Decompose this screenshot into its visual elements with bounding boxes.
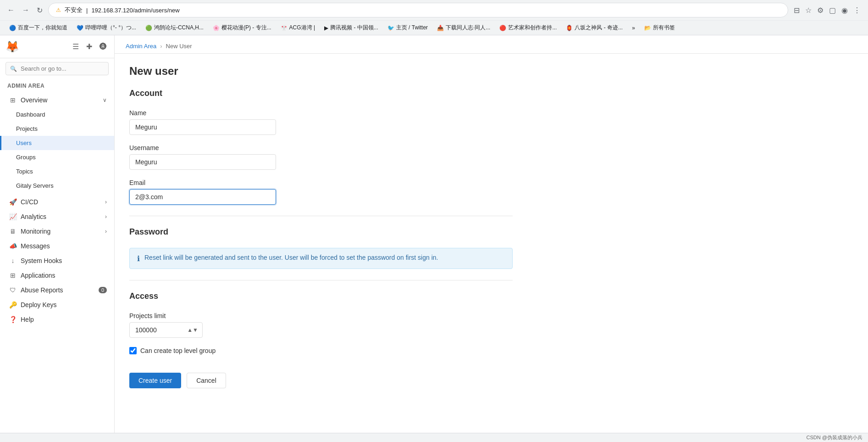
search-icon: 🔍: [10, 66, 17, 72]
bookmark-yasaka[interactable]: 🏮八坂之神风 - 奇迹...: [562, 23, 626, 33]
can-create-top-level-group-checkbox[interactable]: [129, 347, 137, 354]
bookmark-acg[interactable]: 🎌ACG港湾 |: [277, 23, 319, 33]
system-hooks-icon: ↓: [9, 257, 17, 264]
bookmark-twitter[interactable]: 🐦主页 / Twitter: [384, 23, 431, 33]
sidebar-header-icons: ☰ ✚ 🅐: [71, 40, 109, 53]
sidebar-item-dashboard[interactable]: Dashboard: [0, 107, 114, 122]
divider-access: [129, 280, 513, 280]
sidebar-item-label-groups: Groups: [16, 154, 36, 161]
window-icon[interactable]: ▢: [827, 4, 838, 17]
sidebar-item-label-messages: Messages: [21, 242, 50, 250]
content-area: New user Account Name Username Email: [115, 54, 527, 399]
sidebar-item-label-gitaly: Gitaly Servers: [16, 182, 54, 189]
page-title: New user: [129, 65, 513, 78]
status-bar: CSDN @伪装成落的小兵: [0, 433, 868, 442]
sidebar-item-projects[interactable]: Projects: [0, 122, 114, 136]
divider-password: [129, 216, 513, 216]
sidebar-item-system-hooks[interactable]: ↓ System Hooks: [0, 253, 114, 268]
bookmark-bilibili[interactable]: 💙哔哩哔哩（°- °）つ...: [73, 23, 140, 33]
reload-button[interactable]: ↻: [35, 4, 44, 17]
password-info-box: ℹ Reset link will be generated and sent …: [129, 248, 513, 269]
avatar-icon[interactable]: 🅐: [98, 40, 109, 53]
forward-button[interactable]: →: [20, 4, 31, 16]
bookmark-sakura[interactable]: 🌸樱花动漫(P) - 专注...: [209, 23, 275, 33]
projects-limit-wrapper: 100000 ▲▼: [129, 322, 203, 338]
bookmark-artist[interactable]: 🔴艺术家和创作者持...: [496, 23, 560, 33]
bookmark-tencent[interactable]: ▶腾讯视频 - 中国领...: [321, 23, 382, 33]
sidebar-item-help[interactable]: ❓ Help: [0, 312, 114, 327]
bookmark-more[interactable]: »: [628, 24, 639, 32]
analytics-icon: 📈: [9, 213, 17, 220]
help-icon: ❓: [9, 316, 17, 323]
bookmark-download[interactable]: 📥下载同人志·同人...: [433, 23, 494, 33]
sidebar-item-label-overview: Overview: [21, 96, 47, 104]
email-input[interactable]: [129, 189, 276, 205]
breadcrumb-admin-link[interactable]: Admin Area: [126, 43, 156, 50]
sidebar-item-monitoring[interactable]: 🖥 Monitoring ›: [0, 224, 114, 239]
bookmark-all[interactable]: 📂所有书签: [641, 23, 679, 33]
cicd-icon: 🚀: [9, 198, 17, 206]
name-label: Name: [129, 109, 513, 117]
form-actions: Create user Cancel: [129, 365, 513, 388]
admin-area-label: Admin Area: [0, 79, 114, 91]
profile-icon[interactable]: ◉: [840, 4, 850, 17]
sidebar-item-cicd[interactable]: 🚀 CI/CD ›: [0, 195, 114, 209]
username-input[interactable]: [129, 154, 276, 170]
abuse-reports-badge: 0: [99, 287, 107, 293]
sidebar-item-label-users: Users: [16, 140, 32, 146]
chevron-right-icon-monitoring: ›: [105, 228, 107, 235]
sidebar-item-applications[interactable]: ⊞ Applications: [0, 268, 114, 283]
sidebar-item-analytics[interactable]: 📈 Analytics ›: [0, 209, 114, 224]
sidebar-item-topics[interactable]: Topics: [0, 164, 114, 179]
name-input[interactable]: [129, 119, 276, 135]
new-item-icon[interactable]: ✚: [84, 40, 94, 53]
monitoring-icon: 🖥: [9, 228, 17, 235]
sidebar-item-label-analytics: Analytics: [21, 213, 46, 220]
sidebar-item-deploy-keys[interactable]: 🔑 Deploy Keys: [0, 297, 114, 312]
can-create-top-level-group-group: Can create top level group: [129, 347, 513, 354]
bookmark-baidu[interactable]: 🔵百度一下，你就知道: [6, 23, 71, 33]
sidebar-item-label-deploy-keys: Deploy Keys: [21, 301, 57, 308]
cast-icon[interactable]: ⊟: [792, 4, 802, 17]
sidebar-item-label-monitoring: Monitoring: [21, 228, 50, 235]
sidebar-toggle-icon[interactable]: ☰: [71, 40, 81, 53]
cancel-button[interactable]: Cancel: [187, 373, 226, 388]
name-form-group: Name: [129, 109, 513, 135]
username-form-group: Username: [129, 144, 513, 170]
projects-limit-form-group: Projects limit 100000 ▲▼: [129, 312, 513, 338]
address-bar[interactable]: ⚠ 不安全 | 192.168.37.120/admin/users/new: [48, 3, 788, 17]
can-create-top-level-group-label[interactable]: Can create top level group: [140, 347, 216, 354]
password-section: Password ℹ Reset link will be generated …: [129, 227, 513, 269]
bookmarks-bar: 🔵百度一下，你就知道 💙哔哩哔哩（°- °）つ... 🟢鸿鹄论坛-CCNA,H.…: [0, 20, 868, 35]
browser-toolbar: ← → ↻ ⚠ 不安全 | 192.168.37.120/admin/users…: [0, 0, 868, 20]
bookmark-icon[interactable]: ☆: [803, 4, 813, 17]
username-label: Username: [129, 144, 513, 151]
messages-icon: 📣: [9, 242, 17, 250]
password-section-title: Password: [129, 227, 513, 241]
breadcrumb-current: New User: [166, 43, 192, 50]
sidebar-item-messages[interactable]: 📣 Messages: [0, 239, 114, 253]
chevron-right-icon-analytics: ›: [105, 213, 107, 220]
security-warning: ⚠: [56, 7, 61, 13]
browser-chrome: ← → ↻ ⚠ 不安全 | 192.168.37.120/admin/users…: [0, 0, 868, 35]
sidebar-item-label-applications: Applications: [21, 272, 55, 279]
sidebar-item-groups[interactable]: Groups: [0, 150, 114, 164]
sidebar-item-label-help: Help: [21, 316, 34, 323]
sidebar-item-label-system-hooks: System Hooks: [21, 257, 62, 264]
search-input[interactable]: [6, 62, 109, 75]
sidebar-item-abuse-reports[interactable]: 🛡 Abuse Reports 0: [0, 283, 114, 297]
menu-icon[interactable]: ⋮: [851, 4, 862, 17]
sidebar-item-overview[interactable]: ⊞ Overview ∨: [0, 93, 114, 107]
create-user-button[interactable]: Create user: [129, 373, 181, 388]
overview-icon: ⊞: [9, 96, 17, 104]
sidebar-item-users[interactable]: Users: [0, 136, 114, 150]
bookmark-hongheyuantan[interactable]: 🟢鸿鹄论坛-CCNA,H...: [142, 23, 207, 33]
access-section: Access Projects limit 100000 ▲▼ Can crea…: [129, 291, 513, 354]
projects-limit-select[interactable]: 100000: [129, 322, 203, 338]
sidebar-item-label-abuse-reports: Abuse Reports: [21, 286, 63, 294]
back-button[interactable]: ←: [6, 4, 17, 16]
extension-icon[interactable]: ⚙: [815, 4, 825, 17]
account-section-title: Account: [129, 89, 513, 102]
sidebar-item-gitaly[interactable]: Gitaly Servers: [0, 179, 114, 193]
gitlab-logo[interactable]: 🦊: [6, 40, 19, 53]
